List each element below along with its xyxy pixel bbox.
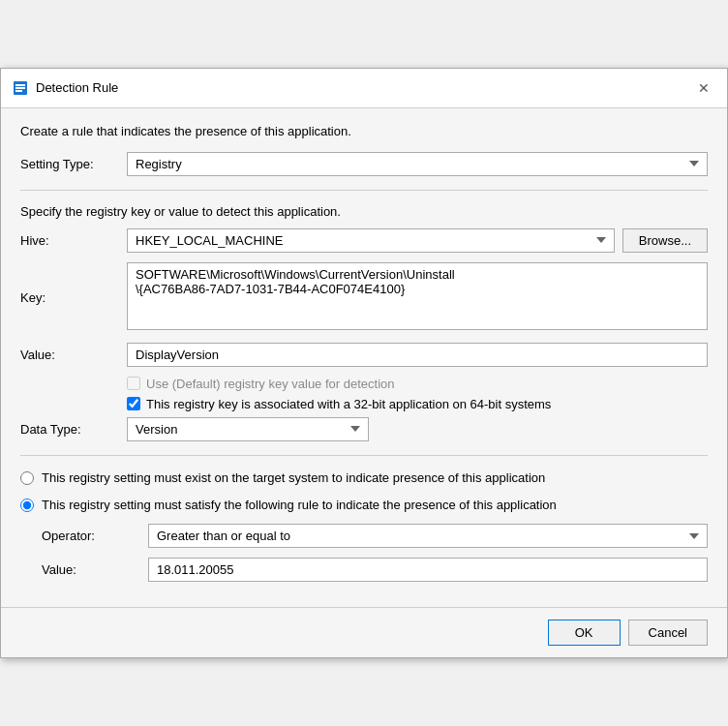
value-row: Value: [20,343,708,367]
svg-rect-2 [15,87,25,89]
operator-wrapper: Greater than or equal toEqualsNot equal … [148,524,708,548]
setting-type-wrapper: RegistryFile SystemMSI Product Code [127,152,708,176]
divider-2 [20,455,708,456]
title-bar-left: Detection Rule [13,80,118,96]
key-textarea[interactable]: SOFTWARE\Microsoft\Windows\CurrentVersio… [127,262,708,330]
setting-type-label: Setting Type: [20,157,127,171]
checkbox-32bit-label: This registry key is associated with a 3… [146,397,551,411]
title-bar: Detection Rule ✕ [1,69,727,108]
value2-wrapper [148,558,708,582]
intro-text: Create a rule that indicates the presenc… [20,124,708,138]
value2-row: Value: [42,558,708,582]
hive-label: Hive: [20,233,127,248]
operator-label: Operator: [42,529,148,543]
value-label: Value: [20,348,127,362]
hive-select-wrapper: HKEY_LOCAL_MACHINEHKEY_CURRENT_USERHKEY_… [127,228,615,253]
radio-satisfy-label: This registry setting must satisfy the f… [42,497,557,514]
hive-select[interactable]: HKEY_LOCAL_MACHINEHKEY_CURRENT_USERHKEY_… [127,228,615,253]
key-row: Key: SOFTWARE\Microsoft\Windows\CurrentV… [20,262,708,333]
value2-input[interactable] [148,558,708,582]
close-button[interactable]: ✕ [692,76,715,100]
checkbox-32bit-row: This registry key is associated with a 3… [127,397,708,411]
checkbox-default[interactable] [127,377,140,390]
dialog-footer: OK Cancel [1,607,727,657]
operator-select[interactable]: Greater than or equal toEqualsNot equal … [148,524,708,548]
svg-rect-3 [15,90,22,92]
setting-type-row: Setting Type: RegistryFile SystemMSI Pro… [20,152,708,176]
checkbox-default-row: Use (Default) registry key value for det… [127,377,708,391]
data-type-label: Data Type: [20,422,127,437]
data-type-wrapper: VersionStringIntegerBoolean [127,417,708,441]
hive-controls: HKEY_LOCAL_MACHINEHKEY_CURRENT_USERHKEY_… [127,228,708,253]
browse-button[interactable]: Browse... [622,228,708,253]
checkbox-32bit[interactable] [127,397,140,410]
value-wrapper [127,343,708,367]
dialog-body: Create a rule that indicates the presenc… [1,108,727,607]
data-type-select[interactable]: VersionStringIntegerBoolean [127,417,369,441]
detection-rule-dialog: Detection Rule ✕ Create a rule that indi… [0,68,728,658]
cancel-button[interactable]: Cancel [628,620,708,646]
setting-type-select[interactable]: RegistryFile SystemMSI Product Code [127,152,708,176]
checkbox-default-label: Use (Default) registry key value for det… [146,377,395,391]
key-label: Key: [20,290,127,305]
value2-label: Value: [42,562,148,577]
data-type-row: Data Type: VersionStringIntegerBoolean [20,417,708,441]
ok-button[interactable]: OK [548,620,621,646]
divider-1 [20,190,708,191]
section-desc: Specify the registry key or value to det… [20,204,708,219]
radio-exist-row: This registry setting must exist on the … [20,469,708,487]
operator-row: Operator: Greater than or equal toEquals… [42,524,708,548]
radio-satisfy-row: This registry setting must satisfy the f… [20,497,708,514]
hive-row: Hive: HKEY_LOCAL_MACHINEHKEY_CURRENT_USE… [20,228,708,253]
dialog-title: Detection Rule [36,80,118,95]
radio-exist-label: This registry setting must exist on the … [42,469,545,487]
radio-exist[interactable] [20,471,34,485]
key-wrapper: SOFTWARE\Microsoft\Windows\CurrentVersio… [127,262,708,333]
value-input[interactable] [127,343,708,367]
indented-section: Operator: Greater than or equal toEquals… [42,524,708,582]
dialog-icon [13,80,28,96]
radio-satisfy[interactable] [20,499,34,512]
svg-rect-1 [15,84,25,86]
